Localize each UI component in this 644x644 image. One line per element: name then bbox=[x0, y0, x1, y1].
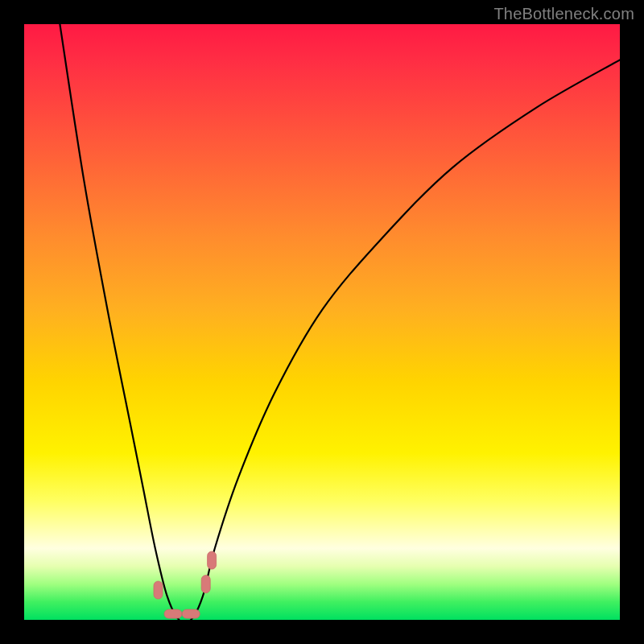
chart-container: TheBottleneck.com bbox=[0, 0, 644, 644]
curve-marker bbox=[182, 609, 200, 618]
curve-marker bbox=[201, 576, 210, 593]
plot-area bbox=[24, 24, 620, 620]
curve-svg bbox=[24, 24, 620, 620]
bottleneck-curve bbox=[60, 24, 620, 620]
watermark-text: TheBottleneck.com bbox=[493, 5, 634, 23]
curve-marker bbox=[208, 551, 217, 569]
curve-marker bbox=[164, 609, 182, 618]
curve-marker bbox=[154, 581, 163, 599]
